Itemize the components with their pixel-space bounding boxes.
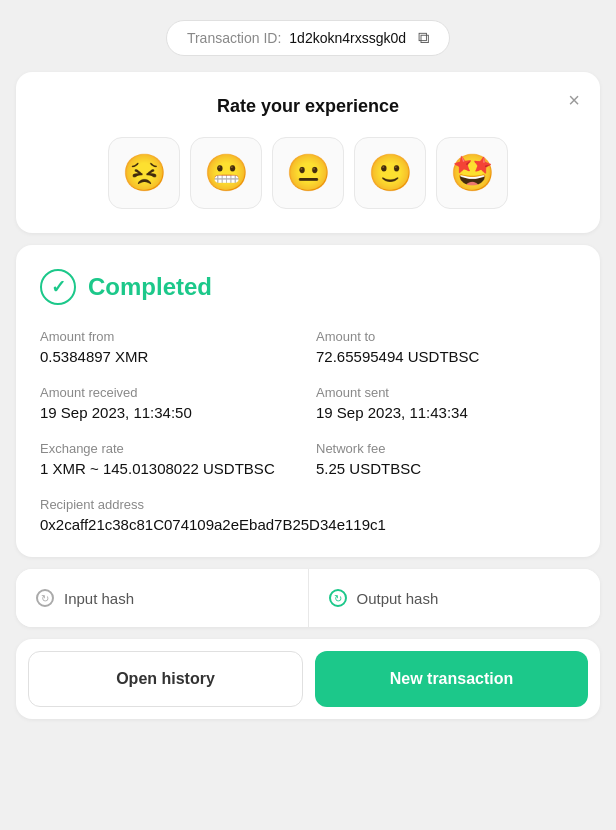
status-card: ✓ Completed Amount from 0.5384897 XMR Am… — [16, 245, 600, 557]
recipient-item: Recipient address 0x2caff21c38c81C074109… — [40, 497, 576, 533]
amount-to-label: Amount to — [316, 329, 576, 344]
transaction-id-value: 1d2kokn4rxssgk0d — [289, 30, 406, 46]
output-hash-icon: ↻ — [329, 589, 347, 607]
new-transaction-button[interactable]: New transaction — [315, 651, 588, 707]
input-hash-icon: ↻ — [36, 589, 54, 607]
transaction-id-label: Transaction ID: — [187, 30, 281, 46]
emoji-neutral[interactable]: 😐 — [272, 137, 344, 209]
rating-card: Rate your experience × 😣 😬 😐 🙂 🤩 — [16, 72, 600, 233]
status-icon: ✓ — [40, 269, 76, 305]
amount-to-item: Amount to 72.65595494 USDTBSC — [316, 329, 576, 365]
rating-title: Rate your experience — [40, 96, 576, 117]
details-grid: Amount from 0.5384897 XMR Amount to 72.6… — [40, 329, 576, 533]
emoji-great[interactable]: 🤩 — [436, 137, 508, 209]
actions-card: Open history New transaction — [16, 639, 600, 719]
input-hash-button[interactable]: ↻ Input hash — [16, 569, 309, 627]
check-mark: ✓ — [51, 276, 66, 298]
amount-received-label: Amount received — [40, 385, 300, 400]
amount-sent-value: 19 Sep 2023, 11:43:34 — [316, 404, 576, 421]
exchange-rate-value: 1 XMR ~ 145.01308022 USDTBSC — [40, 460, 300, 477]
close-button[interactable]: × — [568, 90, 580, 110]
network-fee-label: Network fee — [316, 441, 576, 456]
amount-to-value: 72.65595494 USDTBSC — [316, 348, 576, 365]
status-label: Completed — [88, 273, 212, 301]
hash-card: ↻ Input hash ↻ Output hash — [16, 569, 600, 627]
recipient-label: Recipient address — [40, 497, 576, 512]
emoji-very-bad[interactable]: 😣 — [108, 137, 180, 209]
amount-from-label: Amount from — [40, 329, 300, 344]
output-hash-label: Output hash — [357, 590, 439, 607]
status-header: ✓ Completed — [40, 269, 576, 305]
exchange-rate-item: Exchange rate 1 XMR ~ 145.01308022 USDTB… — [40, 441, 300, 477]
output-hash-button[interactable]: ↻ Output hash — [309, 569, 601, 627]
network-fee-item: Network fee 5.25 USDTBSC — [316, 441, 576, 477]
input-hash-label: Input hash — [64, 590, 134, 607]
amount-from-value: 0.5384897 XMR — [40, 348, 300, 365]
amount-received-value: 19 Sep 2023, 11:34:50 — [40, 404, 300, 421]
amount-sent-label: Amount sent — [316, 385, 576, 400]
amount-received-item: Amount received 19 Sep 2023, 11:34:50 — [40, 385, 300, 421]
exchange-rate-label: Exchange rate — [40, 441, 300, 456]
hash-row: ↻ Input hash ↻ Output hash — [16, 569, 600, 627]
copy-icon[interactable]: ⧉ — [418, 29, 429, 47]
amount-from-item: Amount from 0.5384897 XMR — [40, 329, 300, 365]
amount-sent-item: Amount sent 19 Sep 2023, 11:43:34 — [316, 385, 576, 421]
emoji-good[interactable]: 🙂 — [354, 137, 426, 209]
open-history-button[interactable]: Open history — [28, 651, 303, 707]
emoji-bad[interactable]: 😬 — [190, 137, 262, 209]
emoji-row: 😣 😬 😐 🙂 🤩 — [40, 137, 576, 209]
transaction-id-bar: Transaction ID: 1d2kokn4rxssgk0d ⧉ — [166, 20, 450, 56]
recipient-value: 0x2caff21c38c81C074109a2eEbad7B25D34e119… — [40, 516, 576, 533]
network-fee-value: 5.25 USDTBSC — [316, 460, 576, 477]
